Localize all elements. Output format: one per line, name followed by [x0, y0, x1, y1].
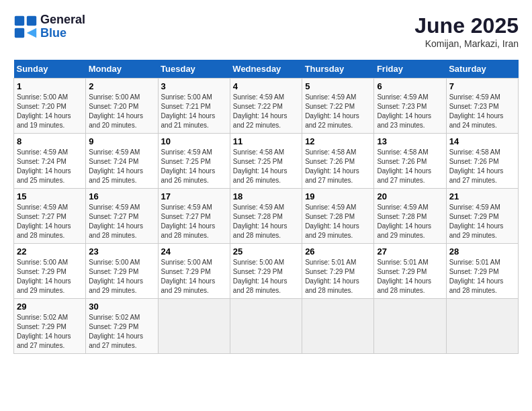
logo: General Blue	[13, 13, 85, 40]
day-number: 6	[377, 81, 443, 91]
calendar-cell: 16 Sunrise: 4:59 AMSunset: 7:27 PMDaylig…	[86, 189, 158, 244]
day-number: 23	[89, 246, 154, 257]
calendar-cell: 20 Sunrise: 4:59 AMSunset: 7:28 PMDaylig…	[374, 189, 446, 244]
day-number: 7	[449, 81, 515, 91]
day-info: Sunrise: 5:01 AMSunset: 7:29 PMDaylight:…	[449, 258, 515, 295]
day-info: Sunrise: 4:58 AMSunset: 7:26 PMDaylight:…	[305, 148, 371, 185]
calendar-week-4: 22 Sunrise: 5:00 AMSunset: 7:29 PMDaylig…	[14, 244, 519, 299]
day-number: 3	[161, 81, 227, 91]
day-info: Sunrise: 5:00 AMSunset: 7:20 PMDaylight:…	[17, 93, 83, 130]
calendar-cell: 25 Sunrise: 5:00 AMSunset: 7:29 PMDaylig…	[230, 244, 302, 299]
weekday-header-row: SundayMondayTuesdayWednesdayThursdayFrid…	[14, 60, 519, 79]
day-info: Sunrise: 4:59 AMSunset: 7:25 PMDaylight:…	[161, 148, 227, 185]
day-number: 20	[377, 191, 443, 201]
day-info: Sunrise: 4:59 AMSunset: 7:23 PMDaylight:…	[449, 93, 515, 130]
day-info: Sunrise: 4:59 AMSunset: 7:23 PMDaylight:…	[377, 93, 443, 130]
day-info: Sunrise: 4:59 AMSunset: 7:24 PMDaylight:…	[89, 148, 154, 185]
svg-rect-1	[27, 16, 36, 26]
day-number: 22	[17, 246, 83, 257]
logo-blue-text: Blue	[40, 26, 66, 40]
calendar-cell: 12 Sunrise: 4:58 AMSunset: 7:26 PMDaylig…	[302, 134, 374, 189]
calendar-cell: 27 Sunrise: 5:01 AMSunset: 7:29 PMDaylig…	[374, 244, 446, 299]
weekday-thursday: Thursday	[302, 60, 374, 79]
calendar-cell	[302, 299, 374, 354]
day-info: Sunrise: 4:59 AMSunset: 7:22 PMDaylight:…	[233, 93, 299, 130]
calendar-cell: 29 Sunrise: 5:02 AMSunset: 7:29 PMDaylig…	[14, 299, 86, 354]
day-info: Sunrise: 4:58 AMSunset: 7:26 PMDaylight:…	[449, 148, 515, 185]
calendar-week-1: 1 Sunrise: 5:00 AMSunset: 7:20 PMDayligh…	[14, 79, 519, 134]
calendar-cell: 17 Sunrise: 4:59 AMSunset: 7:27 PMDaylig…	[158, 189, 230, 244]
day-info: Sunrise: 4:59 AMSunset: 7:27 PMDaylight:…	[17, 203, 83, 240]
main-title: June 2025	[414, 13, 519, 38]
day-number: 26	[305, 246, 371, 257]
day-info: Sunrise: 5:02 AMSunset: 7:29 PMDaylight:…	[89, 313, 154, 351]
day-info: Sunrise: 5:00 AMSunset: 7:29 PMDaylight:…	[161, 258, 227, 295]
day-number: 29	[17, 302, 83, 312]
day-info: Sunrise: 4:59 AMSunset: 7:28 PMDaylight:…	[233, 203, 299, 240]
day-info: Sunrise: 4:59 AMSunset: 7:27 PMDaylight:…	[89, 203, 154, 240]
logo-icon	[13, 15, 38, 39]
day-number: 4	[233, 81, 299, 91]
day-info: Sunrise: 4:59 AMSunset: 7:22 PMDaylight:…	[305, 93, 371, 130]
day-info: Sunrise: 5:02 AMSunset: 7:29 PMDaylight:…	[17, 313, 83, 351]
day-number: 24	[161, 246, 227, 257]
day-number: 14	[449, 136, 515, 146]
weekday-wednesday: Wednesday	[230, 60, 302, 79]
day-number: 16	[89, 191, 154, 201]
calendar-cell: 3 Sunrise: 5:00 AMSunset: 7:21 PMDayligh…	[158, 79, 230, 134]
day-number: 30	[89, 302, 154, 312]
svg-rect-2	[15, 28, 24, 38]
day-info: Sunrise: 5:00 AMSunset: 7:29 PMDaylight:…	[89, 258, 154, 295]
day-number: 13	[377, 136, 443, 146]
calendar-cell: 23 Sunrise: 5:00 AMSunset: 7:29 PMDaylig…	[86, 244, 158, 299]
day-info: Sunrise: 5:01 AMSunset: 7:29 PMDaylight:…	[377, 258, 443, 295]
weekday-sunday: Sunday	[14, 60, 86, 79]
subtitle: Komijan, Markazi, Iran	[414, 38, 519, 49]
calendar-week-2: 8 Sunrise: 4:59 AMSunset: 7:24 PMDayligh…	[14, 134, 519, 189]
calendar-cell: 30 Sunrise: 5:02 AMSunset: 7:29 PMDaylig…	[86, 299, 158, 354]
calendar-table: SundayMondayTuesdayWednesdayThursdayFrid…	[13, 60, 519, 354]
calendar-week-5: 29 Sunrise: 5:02 AMSunset: 7:29 PMDaylig…	[14, 299, 519, 354]
day-number: 1	[17, 81, 83, 91]
day-number: 21	[449, 191, 515, 201]
svg-rect-0	[15, 16, 24, 26]
day-number: 10	[161, 136, 227, 146]
day-info: Sunrise: 5:00 AMSunset: 7:20 PMDaylight:…	[89, 93, 154, 130]
day-number: 27	[377, 246, 443, 257]
day-number: 25	[233, 246, 299, 257]
calendar-cell: 10 Sunrise: 4:59 AMSunset: 7:25 PMDaylig…	[158, 134, 230, 189]
calendar-cell: 21 Sunrise: 4:59 AMSunset: 7:29 PMDaylig…	[446, 189, 518, 244]
calendar-cell: 1 Sunrise: 5:00 AMSunset: 7:20 PMDayligh…	[14, 79, 86, 134]
day-info: Sunrise: 4:58 AMSunset: 7:25 PMDaylight:…	[233, 148, 299, 185]
day-info: Sunrise: 5:00 AMSunset: 7:29 PMDaylight:…	[17, 258, 83, 295]
calendar-cell: 14 Sunrise: 4:58 AMSunset: 7:26 PMDaylig…	[446, 134, 518, 189]
day-info: Sunrise: 4:59 AMSunset: 7:27 PMDaylight:…	[161, 203, 227, 240]
calendar-cell: 19 Sunrise: 4:59 AMSunset: 7:28 PMDaylig…	[302, 189, 374, 244]
calendar-cell	[230, 299, 302, 354]
day-number: 5	[305, 81, 371, 91]
calendar-cell: 22 Sunrise: 5:00 AMSunset: 7:29 PMDaylig…	[14, 244, 86, 299]
calendar-cell: 13 Sunrise: 4:58 AMSunset: 7:26 PMDaylig…	[374, 134, 446, 189]
calendar-cell	[374, 299, 446, 354]
calendar-week-3: 15 Sunrise: 4:59 AMSunset: 7:27 PMDaylig…	[14, 189, 519, 244]
weekday-saturday: Saturday	[446, 60, 518, 79]
logo-general-text: General	[40, 13, 85, 26]
calendar-cell: 28 Sunrise: 5:01 AMSunset: 7:29 PMDaylig…	[446, 244, 518, 299]
day-number: 17	[161, 191, 227, 201]
day-number: 12	[305, 136, 371, 146]
day-number: 8	[17, 136, 83, 146]
day-info: Sunrise: 5:00 AMSunset: 7:29 PMDaylight:…	[233, 258, 299, 295]
header: General Blue June 2025 Komijan, Markazi,…	[13, 13, 519, 49]
weekday-friday: Friday	[374, 60, 446, 79]
day-info: Sunrise: 4:59 AMSunset: 7:28 PMDaylight:…	[377, 203, 443, 240]
day-info: Sunrise: 5:00 AMSunset: 7:21 PMDaylight:…	[161, 93, 227, 130]
day-number: 28	[449, 246, 515, 257]
day-info: Sunrise: 5:01 AMSunset: 7:29 PMDaylight:…	[305, 258, 371, 295]
day-number: 11	[233, 136, 299, 146]
day-number: 18	[233, 191, 299, 201]
calendar-cell: 15 Sunrise: 4:59 AMSunset: 7:27 PMDaylig…	[14, 189, 86, 244]
day-info: Sunrise: 4:59 AMSunset: 7:24 PMDaylight:…	[17, 148, 83, 185]
day-number: 2	[89, 81, 154, 91]
calendar-cell: 7 Sunrise: 4:59 AMSunset: 7:23 PMDayligh…	[446, 79, 518, 134]
calendar-cell: 2 Sunrise: 5:00 AMSunset: 7:20 PMDayligh…	[86, 79, 158, 134]
